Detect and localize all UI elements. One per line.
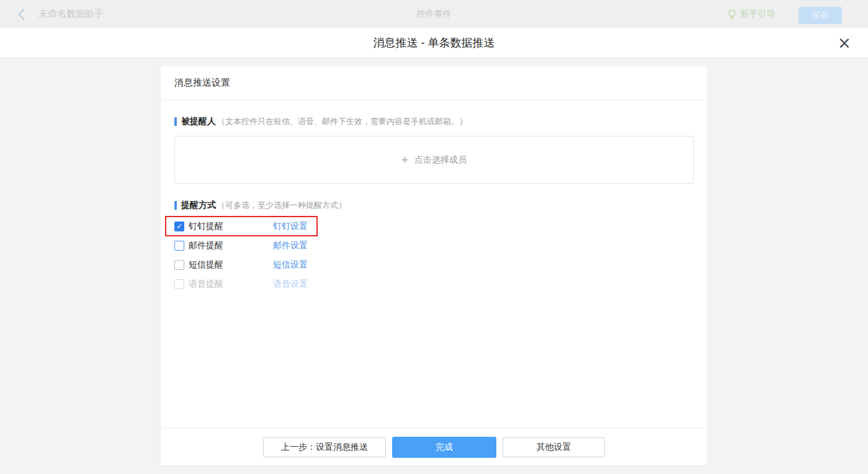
- plus-icon: +: [401, 153, 408, 167]
- card-footer: 上一步：设置消息推送 完成 其他设置: [161, 428, 707, 465]
- methods-note: （可多选，至少选择一种提醒方式）: [217, 200, 346, 211]
- save-button[interactable]: 保存: [799, 7, 842, 24]
- app-title: 未命名数据助手: [38, 8, 104, 20]
- method-row-sms: ✓ 短信提醒 短信设置: [174, 255, 694, 274]
- check-icon: ✓: [176, 223, 182, 230]
- guide-button[interactable]: 新手引导: [728, 9, 775, 20]
- dingtalk-checkbox[interactable]: ✓: [174, 221, 184, 231]
- back-button[interactable]: [17, 8, 25, 20]
- email-checkbox[interactable]: ✓: [174, 241, 184, 251]
- close-icon[interactable]: ×: [834, 33, 854, 53]
- dialog-header: 消息推送 - 单条数据推送 ×: [0, 28, 868, 58]
- done-button[interactable]: 完成: [392, 437, 496, 458]
- methods-section-title: 提醒方式 （可多选，至少选择一种提醒方式）: [174, 200, 694, 211]
- method-label: 短信提醒: [189, 259, 273, 271]
- method-label: 钉钉提醒: [189, 221, 273, 232]
- card-title: 消息推送设置: [161, 66, 707, 100]
- method-row-voice: ✓ 语音提醒 语音设置: [174, 274, 694, 293]
- section-marker-bar: [174, 117, 177, 126]
- sms-settings-link[interactable]: 短信设置: [273, 259, 308, 271]
- sms-checkbox[interactable]: ✓: [174, 260, 184, 270]
- section-marker-bar: [174, 201, 177, 210]
- method-label: 语音提醒: [189, 279, 273, 290]
- guide-label: 新手引导: [740, 9, 775, 20]
- recipients-section-title: 被提醒人 （文本控件只在短信、语音、邮件下生效，需要内容是手机或邮箱。）: [174, 116, 694, 127]
- dialog-body: 消息推送设置 被提醒人 （文本控件只在短信、语音、邮件下生效，需要内容是手机或邮…: [0, 59, 868, 474]
- methods-section: 提醒方式 （可多选，至少选择一种提醒方式） ✓ 钉钉提醒 钉钉设置: [174, 200, 694, 293]
- recipients-note: （文本控件只在短信、语音、邮件下生效，需要内容是手机或邮箱。）: [217, 116, 467, 127]
- voice-settings-link: 语音设置: [273, 279, 308, 290]
- recipients-label: 被提醒人: [181, 116, 216, 127]
- method-label: 邮件提醒: [189, 240, 273, 251]
- dingtalk-settings-link[interactable]: 钉钉设置: [273, 221, 308, 232]
- chevron-left-icon: [17, 8, 25, 20]
- method-row-dingtalk: ✓ 钉钉提醒 钉钉设置: [174, 217, 694, 236]
- select-members-button[interactable]: + 点击选择成员: [174, 136, 694, 184]
- other-settings-button[interactable]: 其他设置: [503, 437, 605, 457]
- method-rows: ✓ 钉钉提醒 钉钉设置 ✓ 邮件提醒 邮件设置: [174, 217, 694, 293]
- lightbulb-icon: [728, 9, 736, 20]
- email-settings-link[interactable]: 邮件设置: [273, 240, 308, 251]
- settings-card: 消息推送设置 被提醒人 （文本控件只在短信、语音、邮件下生效，需要内容是手机或邮…: [161, 66, 707, 465]
- card-content: 被提醒人 （文本控件只在短信、语音、邮件下生效，需要内容是手机或邮箱。） + 点…: [161, 100, 707, 293]
- dialog-title: 消息推送 - 单条数据推送: [374, 35, 495, 50]
- select-members-label: 点击选择成员: [414, 154, 467, 166]
- app-topbar: 未命名数据助手 控件事件 新手引导 保存: [0, 0, 868, 28]
- previous-step-button[interactable]: 上一步：设置消息推送: [263, 437, 386, 457]
- method-row-email: ✓ 邮件提醒 邮件设置: [174, 236, 694, 255]
- voice-checkbox[interactable]: ✓: [174, 279, 184, 289]
- methods-label: 提醒方式: [181, 200, 216, 211]
